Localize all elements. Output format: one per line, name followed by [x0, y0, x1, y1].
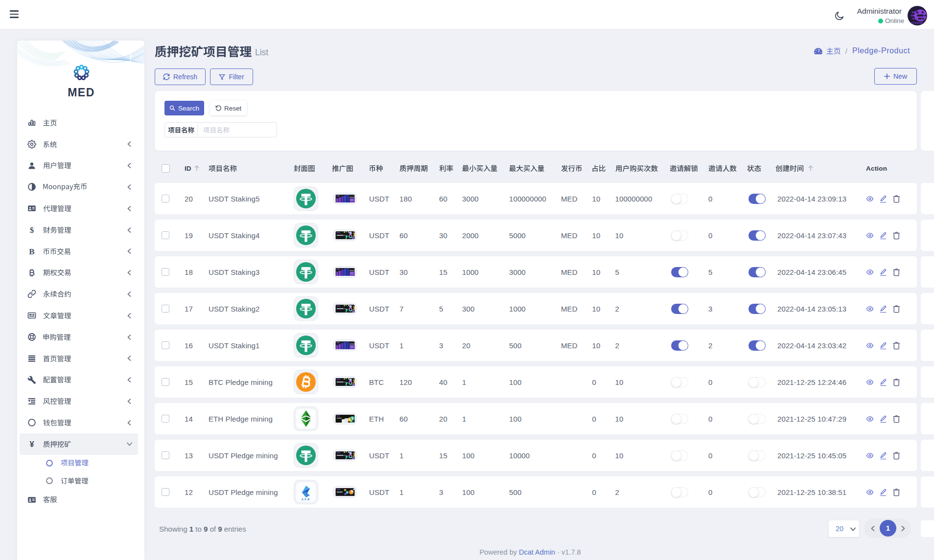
svg-text:¥: ¥	[29, 440, 34, 448]
svg-text:AXN: AXN	[302, 498, 310, 501]
svg-text:$: $	[30, 225, 34, 234]
svg-text:STAKING: STAKING	[911, 22, 924, 24]
svg-text:B: B	[29, 247, 34, 256]
